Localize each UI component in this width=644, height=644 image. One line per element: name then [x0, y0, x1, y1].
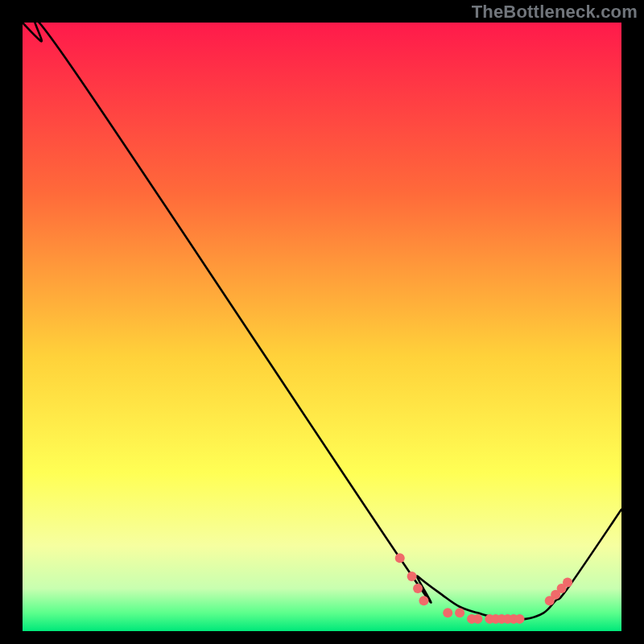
- gradient-rect: [23, 23, 621, 631]
- data-marker: [419, 596, 428, 605]
- data-marker: [407, 572, 417, 581]
- data-marker: [473, 614, 482, 624]
- watermark-text: TheBottleneck.com: [472, 2, 638, 23]
- data-marker: [443, 608, 452, 617]
- plot-area: [23, 23, 621, 631]
- data-marker: [413, 584, 423, 593]
- chart-svg: [23, 23, 621, 631]
- data-marker: [455, 608, 464, 617]
- chart-stage: TheBottleneck.com: [0, 0, 644, 644]
- data-marker: [563, 578, 572, 588]
- data-marker: [395, 553, 405, 563]
- data-marker: [515, 614, 525, 624]
